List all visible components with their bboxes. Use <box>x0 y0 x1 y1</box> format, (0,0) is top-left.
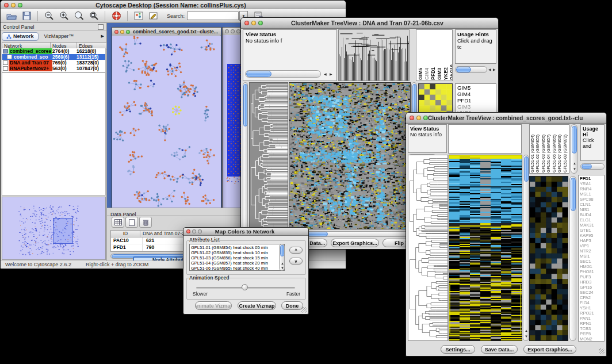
tv1-gene-label[interactable]: GIM4 <box>457 91 494 97</box>
network-view-frame[interactable]: combined_scores_good.txt--cluste... <box>112 27 221 213</box>
tv1-column-label[interactable]: YKE2 <box>443 67 449 80</box>
tab-network[interactable]: Network <box>2 32 39 41</box>
tv2-gene-label[interactable]: HRD3 <box>580 279 603 285</box>
close-icon[interactable] <box>244 21 249 25</box>
tv2-gene-label[interactable]: ELG1 <box>580 217 603 223</box>
tv2-gene-label[interactable]: SPC98 <box>580 197 603 202</box>
tv2-collabel-vscroll[interactable]: ▲ ▼ <box>571 124 577 174</box>
scroll-up-icon[interactable]: ▲ <box>525 329 528 332</box>
network-tree-empty-area[interactable] <box>2 72 106 196</box>
create-vizmap-button[interactable]: Create Vizmap <box>238 301 276 310</box>
zoom-in-icon[interactable] <box>58 11 70 21</box>
tv2-zoom-heatmap-pane[interactable] <box>529 176 568 341</box>
minimize-icon[interactable] <box>231 29 235 33</box>
main-titlebar[interactable]: Cytoscape Desktop (Session Name: collins… <box>1 1 346 10</box>
tv1-top-dendrogram-canvas[interactable] <box>339 30 409 81</box>
tv2-top-dendrogram-pane[interactable] <box>448 124 522 154</box>
tv2-global-heatmap-canvas[interactable] <box>449 155 522 340</box>
tv2-column-label[interactable]: GPL51-07 (GSM868) <box>557 125 563 173</box>
tv1-column-label[interactable]: GIM3 <box>437 68 442 80</box>
scroll-left-icon[interactable]: ◀ <box>488 68 491 71</box>
tv2-row-dendrogram-pane[interactable] <box>408 155 448 341</box>
tv2-gene-label[interactable]: MSI1 <box>580 254 603 259</box>
birdseye-panel[interactable] <box>2 197 106 260</box>
tv2-global-heatmap-pane[interactable] <box>449 155 522 341</box>
minimize-icon[interactable] <box>416 116 421 120</box>
tv2-global-vscroll[interactable]: ▲ ▼ <box>523 155 529 341</box>
tv1-gene-label[interactable]: PFD1 <box>457 97 494 104</box>
tv2-gene-label[interactable]: GPI16 <box>580 285 603 290</box>
float-panel-icon[interactable] <box>98 24 104 30</box>
tv2-column-label[interactable]: GPL51-01 (GSM854) <box>530 125 536 173</box>
save-icon[interactable] <box>20 11 33 21</box>
move-up-button[interactable]: ^ <box>289 247 303 254</box>
search-input[interactable] <box>187 12 239 20</box>
tv2-gene-label[interactable]: RPO21 <box>580 311 603 316</box>
tv1-heatmap-pane[interactable] <box>289 82 411 229</box>
treeview1-titlebar[interactable]: ClusterMaker TreeView : DNA and Tran 07-… <box>241 18 498 29</box>
tv2-export-graphics-button[interactable]: Export Graphics... <box>523 345 576 354</box>
tv2-gene-label[interactable]: CPA2 <box>580 295 603 300</box>
tv1-heatmap-canvas[interactable] <box>289 83 410 229</box>
tv2-zoom-vscroll[interactable] <box>569 176 576 341</box>
tv2-gene-label[interactable]: VIP1 <box>580 243 603 248</box>
minimize-icon[interactable] <box>192 229 196 233</box>
tv2-gene-label[interactable]: SEC24 <box>580 290 603 295</box>
tv1-column-label[interactable]: GIM4 <box>424 68 430 80</box>
scroll-left-icon[interactable]: ◀ <box>324 72 327 76</box>
scroll-up-icon[interactable]: ▲ <box>281 262 284 265</box>
open-file-icon[interactable] <box>5 11 18 21</box>
treeview2-titlebar[interactable]: ClusterMaker TreeView : combined_scores_… <box>406 113 606 124</box>
attribute-item[interactable]: GPL51-04 (GSM857) heat shock 20 min <box>191 260 283 266</box>
tv1-column-label[interactable]: PAC10 <box>449 64 453 80</box>
tv2-gene-label[interactable]: TCB3 <box>580 326 603 331</box>
tv2-gene-label[interactable]: KAP95 <box>580 233 603 238</box>
dialog-titlebar[interactable]: Map Colors to Network <box>183 228 308 236</box>
modify-network-icon[interactable] <box>132 11 145 21</box>
annotation-icon[interactable] <box>147 11 160 21</box>
close-icon[interactable] <box>186 229 190 233</box>
scroll-down-icon[interactable]: ▼ <box>525 335 528 338</box>
close-icon[interactable] <box>225 29 229 33</box>
tv2-column-label[interactable]: GPL51-04 (GSM857) <box>546 125 552 173</box>
scroll-down-icon[interactable]: ▼ <box>573 167 576 171</box>
zoom-selected-icon[interactable] <box>87 11 100 21</box>
zoom-window-icon[interactable] <box>258 21 263 25</box>
tv2-gene-label[interactable]: PUF3 <box>580 274 603 279</box>
animate-vizmap-button[interactable]: Animate Vizmap <box>195 301 232 310</box>
tv2-column-label[interactable]: GPL51-08 (GSM872) <box>563 125 568 173</box>
tv2-gene-label[interactable]: PHO81 <box>580 269 603 274</box>
tv2-gene-label[interactable]: CLN1 <box>580 202 603 207</box>
tv2-gene-label[interactable]: RPN1 <box>580 321 603 326</box>
minimize-icon[interactable] <box>11 3 16 7</box>
zoom-fit-icon[interactable] <box>72 11 85 21</box>
tv2-gene-label[interactable]: MON2 <box>580 336 603 342</box>
scroll-right-icon[interactable]: ▶ <box>493 68 496 71</box>
tv2-column-label[interactable]: GPL51-06 (GSM865) <box>552 125 557 173</box>
speed-slider-thumb[interactable] <box>242 284 248 290</box>
tv1-column-label[interactable]: GIM5 <box>418 68 423 80</box>
scroll-up-icon[interactable]: ▲ <box>573 162 576 165</box>
attribute-item[interactable]: GPL51-01 (GSM854) heat shock 05 min <box>191 245 283 250</box>
tv1-row-dendrogram-canvas[interactable] <box>250 83 288 229</box>
new-attribute-icon[interactable] <box>125 217 138 228</box>
tab-vizmapper[interactable]: VizMapper™ <box>44 33 74 39</box>
network-row[interactable]: RNAPuberNov2+563(0)107847(0) <box>2 66 105 71</box>
column-header-id[interactable]: ID <box>111 231 140 237</box>
resize-grip[interactable] <box>599 348 605 354</box>
zoom-window-icon[interactable] <box>236 29 240 33</box>
tv2-gene-label[interactable]: FIG4 <box>580 300 603 305</box>
tv2-gene-label[interactable]: RNR4 <box>580 186 603 191</box>
attribute-list[interactable]: GPL51-01 (GSM854) heat shock 05 minGPL51… <box>189 244 285 271</box>
network-row[interactable]: DNA and Tran 07769(0)183728(0) <box>2 60 105 66</box>
close-icon[interactable] <box>410 116 414 120</box>
zoom-window-icon[interactable] <box>126 30 130 34</box>
tv2-gene-label[interactable]: YRA1 <box>580 181 603 186</box>
done-button[interactable]: Done <box>281 301 303 310</box>
tv1-export-graphics-button[interactable]: Export Graphics... <box>331 239 379 247</box>
tab-overflow-icon[interactable]: ▶ <box>101 34 104 39</box>
minimize-icon[interactable] <box>120 30 124 34</box>
resize-grip[interactable] <box>301 307 307 313</box>
tv1-gene-label[interactable]: GIM5 <box>457 85 494 91</box>
move-down-button[interactable]: v <box>289 258 303 265</box>
